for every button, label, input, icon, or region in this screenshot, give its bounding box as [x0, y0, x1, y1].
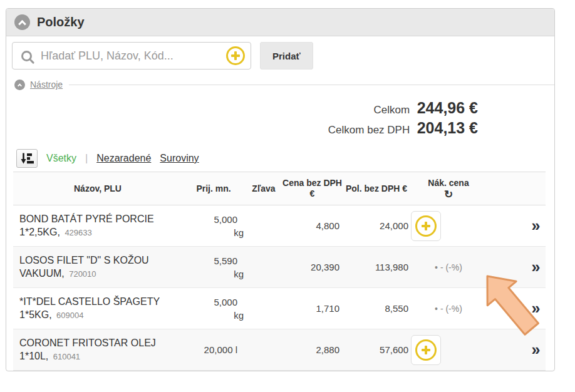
purchase-placeholder: • - (-%)	[435, 262, 462, 272]
col-header-purchase: Nák. cena ↻	[411, 178, 486, 200]
table-row[interactable]: BOND BATÁT PYRÉ PORCIE 1*2,5KG, 429633 5…	[13, 205, 546, 247]
item-unit: kg	[182, 267, 245, 281]
item-plu: 429633	[65, 228, 91, 237]
add-item-button[interactable]: Pridať	[260, 42, 313, 70]
item-qty: 5,000	[182, 213, 245, 226]
item-name-cell: *IT*DEL CASTELLO ŠPAGETY 1*5KG, 609004	[13, 295, 182, 322]
item-name-cell: LOSOS FILET "D" S KOŽOU VAKUUM, 720010	[13, 254, 182, 281]
divider	[69, 85, 554, 85]
search-add-icon[interactable]	[226, 46, 245, 65]
search-box	[12, 42, 251, 70]
tab-vsetky[interactable]: Všetky	[46, 153, 76, 164]
item-name-cell: BOND BATÁT PYRÉ PORCIE 1*2,5KG, 429633	[13, 212, 182, 239]
item-detail-chevron[interactable]: »	[524, 299, 547, 317]
item-line-total-cell: 113,980	[342, 262, 411, 272]
col-header-price: Cena bez DPH €	[282, 178, 342, 199]
tab-nezaradene[interactable]: Nezaradené	[96, 153, 151, 164]
col-header-line-total: Pol. bez DPH €	[342, 183, 411, 194]
item-price-cell: 1,710	[282, 303, 342, 314]
filter-row: Všetky | Nezaradené Suroviny	[16, 149, 554, 168]
refresh-icon[interactable]: ↻	[411, 189, 486, 200]
item-qty-cell: 5,000 kg	[182, 213, 245, 239]
sort-button[interactable]	[16, 149, 38, 168]
item-qty-cell: 5,590 kg	[182, 254, 245, 281]
item-unit: kg	[182, 309, 245, 322]
table-row[interactable]: *IT*DEL CASTELLO ŠPAGETY 1*5KG, 609004 5…	[13, 288, 546, 329]
page-title: Položky	[37, 15, 85, 29]
plus-icon	[415, 215, 437, 237]
totals-block: Celkom 244,96 € Celkom bez DPH 204,13 €	[6, 99, 554, 139]
sort-descending-icon	[21, 153, 34, 164]
item-line-total-cell: 24,000	[342, 220, 411, 231]
search-row: Pridať	[12, 42, 549, 70]
chevron-up-icon	[18, 20, 26, 28]
item-price-cell: 4,800	[282, 220, 342, 231]
col-header-name: Názov, PLU	[13, 183, 182, 194]
col-header-qty: Prij. mn.	[182, 183, 245, 194]
search-icon	[19, 48, 34, 63]
table-body: BOND BATÁT PYRÉ PORCIE 1*2,5KG, 429633 5…	[13, 205, 546, 371]
item-plu: 720010	[69, 269, 96, 279]
items-table: Názov, PLU Prij. mn. Zľava Cena bez DPH …	[13, 172, 546, 371]
tab-separator: |	[85, 153, 88, 164]
tools-link[interactable]: Nástroje	[30, 80, 63, 90]
item-purchase-cell	[411, 211, 486, 241]
tab-suroviny[interactable]: Suroviny	[160, 153, 199, 164]
item-name: CORONET FRITOSTAR OLEJ 1*10L,	[19, 338, 156, 361]
tools-collapse-icon[interactable]	[14, 80, 25, 90]
total-no-vat-label: Celkom bez DPH	[328, 124, 410, 136]
total-label: Celkom	[374, 104, 410, 116]
item-qty-cell: 5,000 kg	[182, 296, 245, 322]
collapse-panel-icon[interactable]	[14, 14, 30, 30]
table-row[interactable]: LOSOS FILET "D" S KOŽOU VAKUUM, 720010 5…	[13, 247, 546, 288]
item-name-cell: CORONET FRITOSTAR OLEJ 1*10L, 610041	[13, 336, 182, 363]
plus-icon	[415, 339, 437, 361]
item-detail-chevron[interactable]: »	[524, 258, 547, 276]
total-no-vat-row: Celkom bez DPH 204,13 €	[6, 119, 478, 139]
add-price-button[interactable]	[411, 211, 441, 241]
item-price-cell: 2,880	[282, 344, 342, 355]
item-detail-chevron[interactable]: »	[524, 341, 547, 359]
total-value: 244,96 €	[417, 99, 478, 116]
item-plu: 610041	[53, 352, 80, 361]
item-line-total-cell: 8,550	[342, 303, 411, 314]
col-header-purchase-label: Nák. cena	[428, 178, 469, 188]
add-price-button[interactable]	[411, 335, 441, 365]
table-row[interactable]: CORONET FRITOSTAR OLEJ 1*10L, 610041 20,…	[13, 329, 546, 371]
item-line-total-cell: 57,600	[342, 344, 411, 355]
item-price-cell: 20,390	[282, 262, 342, 272]
panel-header: Položky	[6, 9, 554, 36]
chevron-up-icon	[18, 83, 22, 88]
total-no-vat-value: 204,13 €	[417, 119, 478, 137]
item-purchase-cell	[411, 335, 486, 365]
item-plu: 609004	[56, 311, 83, 320]
item-name: *IT*DEL CASTELLO ŠPAGETY 1*5KG,	[19, 296, 160, 320]
item-qty: 5,590	[182, 254, 245, 267]
search-input[interactable]	[41, 49, 220, 63]
table-header-row: Názov, PLU Prij. mn. Zľava Cena bez DPH …	[13, 172, 546, 205]
tools-row: Nástroje	[14, 79, 554, 90]
item-qty: 20,000 l	[182, 343, 245, 356]
item-qty: 5,000	[182, 296, 245, 309]
items-panel: Položky Pridať Nástroje Celkom 244,96 € …	[6, 8, 555, 371]
item-unit: kg	[182, 226, 245, 239]
col-header-discount: Zľava	[245, 183, 282, 194]
item-qty-cell: 20,000 l	[182, 343, 245, 356]
item-purchase-cell: • - (-%)	[411, 304, 486, 314]
total-row: Celkom 244,96 €	[6, 99, 478, 119]
item-detail-chevron[interactable]: »	[524, 217, 547, 235]
purchase-placeholder: • - (-%)	[435, 304, 462, 314]
item-purchase-cell: • - (-%)	[411, 262, 486, 272]
